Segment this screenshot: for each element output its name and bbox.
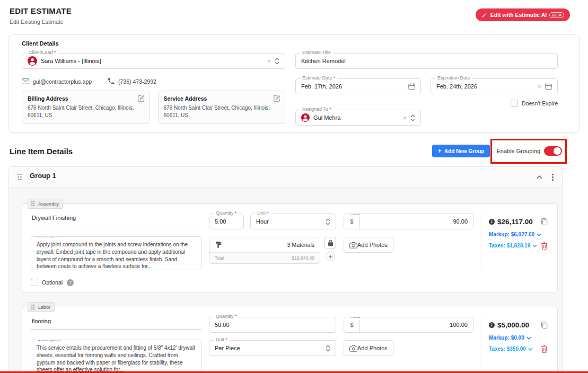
markup-text: Markup: $6,027.00: [489, 232, 534, 237]
duplicate-item-icon[interactable]: [541, 218, 548, 226]
unit-value: Per Piece: [215, 345, 240, 351]
optional-checkbox[interactable]: Optional: [31, 279, 63, 286]
item-name-input[interactable]: flooring: [31, 317, 201, 330]
materials-count: 3 Materials: [287, 242, 314, 248]
material-add-button[interactable]: [326, 252, 335, 261]
item-totals-col: $26,117.00 Markup: $6,027.00 Taxes: $1,8…: [481, 214, 549, 270]
add-photos-label: Add Photos: [357, 242, 388, 248]
group-card: Group 1 Assembly Drywall Finishing Descr…: [8, 166, 563, 373]
assigned-to-value: Gul Mehra: [313, 114, 340, 121]
edit-service-address-icon[interactable]: [274, 95, 280, 102]
client-phone: (736) 473-2992: [108, 78, 156, 85]
line-items-title: Line Item Details: [10, 147, 432, 156]
assignee-avatar: [301, 113, 310, 122]
expiration-date-input[interactable]: Expiration Date Feb. 24th, 2026 ×: [431, 78, 558, 94]
unit-select[interactable]: Unit * Hour: [250, 214, 336, 229]
edit-with-estimatic-ai-button[interactable]: Edit with Estimatic AI BETA: [476, 8, 570, 21]
add-photos-button[interactable]: Add Photos: [344, 340, 393, 356]
rate-input[interactable]: Rate * $ 100.00: [344, 317, 473, 333]
group-menu-icon[interactable]: [552, 174, 554, 181]
add-photos-button[interactable]: Add Photos: [344, 237, 393, 253]
edit-billing-address-icon[interactable]: [138, 95, 145, 102]
item-description-input[interactable]: Description Apply joint compound to the …: [31, 236, 201, 270]
enable-grouping-toggle[interactable]: [544, 146, 562, 156]
unit-select[interactable]: Unit * Per Piece: [209, 340, 336, 356]
calendar-icon[interactable]: [545, 83, 552, 90]
rate-input[interactable]: Rate * $ 90.00: [344, 214, 473, 229]
client-phone-text: (736) 473-2992: [118, 78, 156, 85]
rate-value: 100.00: [364, 322, 473, 328]
info-icon[interactable]: [489, 322, 495, 328]
paint-roller-icon: [215, 241, 222, 248]
markup-toggle[interactable]: Markup: $0.00: [489, 335, 548, 341]
billing-address-box: Billing Address 676 North Saint Clair St…: [22, 91, 150, 124]
rate-label: Rate *: [348, 214, 366, 217]
group-header: Group 1: [9, 167, 562, 188]
item-type-chip[interactable]: Assembly: [28, 199, 63, 209]
collapse-group-icon[interactable]: [537, 175, 542, 179]
assigned-to-select[interactable]: Assigned To * Gul Mehra ×: [295, 110, 421, 126]
estimate-date-input[interactable]: Estimate Date * Feb. 17th, 2026: [295, 78, 421, 94]
add-photos-label: Add Photos: [357, 345, 388, 351]
group-title-input[interactable]: Group 1: [29, 172, 79, 182]
doesnt-expire-checkbox[interactable]: Doesn't Expire: [511, 100, 558, 107]
clear-expiration-icon[interactable]: ×: [537, 83, 541, 90]
quantity-label: Quantity *: [214, 210, 239, 217]
quantity-value: 50.00: [215, 322, 230, 328]
duplicate-item-icon[interactable]: [541, 321, 548, 329]
checkbox-icon: [511, 100, 518, 107]
item-description-input[interactable]: Description This service entails the pro…: [31, 340, 201, 373]
client-lead-label: Client/Lead *: [27, 50, 58, 56]
item-totals-col: $5,000.00 Markup: $0.00 Taxes: $350.00: [481, 317, 549, 373]
add-new-group-button[interactable]: + Add New Group: [432, 145, 490, 157]
line-item: Assembly Drywall Finishing Description A…: [22, 203, 558, 293]
taxes-toggle[interactable]: Taxes: $1,828.19: [489, 243, 537, 248]
client-details-title: Client Details: [22, 40, 558, 47]
client-lead-select[interactable]: Client/Lead * Sara Williams - [Illinois]…: [22, 53, 285, 69]
estimate-title-input[interactable]: Estimate Title Kitchen Remodel: [295, 53, 558, 69]
client-email: gul@contractorplus.app: [22, 78, 92, 85]
description-label: Description: [36, 340, 64, 343]
enable-grouping-label: Enable Grouping: [496, 148, 540, 154]
select-chevrons-icon[interactable]: [326, 218, 330, 226]
delete-item-icon[interactable]: [541, 345, 548, 353]
item-drag-handle-icon[interactable]: [31, 305, 35, 310]
calendar-icon[interactable]: [408, 83, 415, 90]
clear-client-icon[interactable]: ×: [267, 58, 271, 65]
description-text: Apply joint compound to the joints and s…: [37, 242, 188, 269]
select-chevrons-icon[interactable]: [410, 114, 415, 122]
item-name-input[interactable]: Drywall Finishing: [31, 214, 201, 226]
line-item: Labor flooring Description This service …: [22, 307, 558, 373]
select-chevrons-icon[interactable]: [326, 344, 330, 352]
item-drag-handle-icon[interactable]: [31, 201, 35, 207]
service-address-text: 676 North Saint Clair Street, Chicago, I…: [164, 104, 270, 119]
info-icon[interactable]: [489, 219, 495, 225]
rate-value: 90.00: [364, 218, 473, 225]
lock-materials-button[interactable]: [324, 237, 336, 248]
page-subtitle: Edit Existing Estimate: [10, 19, 72, 25]
clear-assignee-icon[interactable]: ×: [402, 114, 407, 121]
client-contact-row: gul@contractorplus.app (736) 473-2992: [22, 78, 285, 85]
item-qty-unit-col: Quantity * 50.00 Unit * Per Piece: [209, 317, 336, 373]
taxes-toggle[interactable]: Taxes: $350.00: [489, 346, 533, 352]
item-type-chip[interactable]: Labor: [28, 302, 55, 312]
estimate-date-label: Estimate Date *: [300, 75, 338, 82]
item-rate-col: Rate * $ 100.00 Add Photos: [344, 317, 473, 373]
envelope-icon: [22, 78, 29, 84]
help-icon[interactable]: ?: [67, 279, 74, 286]
service-address-title: Service Address: [164, 95, 280, 102]
quantity-input[interactable]: Quantity * 5.00: [209, 214, 244, 229]
service-address-box: Service Address 676 North Saint Clair St…: [158, 91, 286, 124]
item-name-desc-col: Drywall Finishing Description Apply join…: [31, 214, 201, 270]
client-email-text: gul@contractorplus.app: [33, 78, 92, 85]
unit-value: Hour: [256, 218, 269, 225]
select-chevrons-icon[interactable]: [275, 57, 279, 65]
beta-badge: BETA: [549, 12, 564, 18]
markup-toggle[interactable]: Markup: $6,027.00: [489, 232, 548, 237]
delete-item-icon[interactable]: [541, 242, 548, 250]
billing-address-text: 676 North Saint Clair Street, Chicago, I…: [28, 104, 134, 119]
unit-label: Unit *: [214, 337, 230, 343]
group-drag-handle-icon[interactable]: [17, 174, 22, 181]
materials-box[interactable]: 3 Materials Total $19,640.00: [209, 237, 320, 264]
quantity-input[interactable]: Quantity * 50.00: [209, 317, 336, 333]
